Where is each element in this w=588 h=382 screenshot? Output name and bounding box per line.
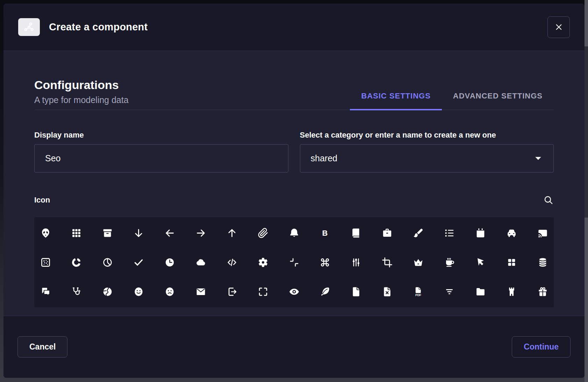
crown-icon[interactable] bbox=[413, 248, 424, 277]
icon-head: Icon bbox=[34, 194, 554, 205]
command-icon[interactable] bbox=[319, 248, 331, 277]
exit-icon[interactable] bbox=[226, 277, 238, 306]
section-head: Configurations A type for modeling data bbox=[34, 78, 129, 110]
form-row: Display name Select a category or enter … bbox=[34, 131, 554, 172]
apps-icon[interactable] bbox=[71, 218, 83, 248]
category-field: Select a category or enter a name to cre… bbox=[300, 131, 554, 172]
calendar-icon[interactable] bbox=[474, 218, 486, 248]
file-icon[interactable] bbox=[350, 277, 362, 306]
database-icon[interactable] bbox=[537, 248, 548, 277]
caret-down-icon bbox=[533, 154, 543, 163]
icon-row bbox=[34, 248, 554, 277]
dashboard-icon[interactable] bbox=[505, 248, 517, 277]
search-icon bbox=[543, 194, 554, 205]
emotion-unhappy-icon[interactable] bbox=[164, 277, 176, 306]
category-select-value: shared bbox=[311, 153, 337, 163]
arrow-down-icon[interactable] bbox=[133, 218, 145, 248]
fort-icon[interactable] bbox=[505, 277, 517, 306]
search-button[interactable] bbox=[543, 194, 554, 205]
scrollbar-thumb-top[interactable] bbox=[585, 0, 588, 46]
section-subtitle: A type for modeling data bbox=[34, 95, 129, 105]
close-button[interactable] bbox=[547, 16, 570, 38]
car-icon[interactable] bbox=[505, 218, 517, 248]
feather-icon[interactable] bbox=[319, 277, 331, 306]
cursor-icon[interactable] bbox=[474, 248, 486, 277]
tab-advanced-settings[interactable]: ADVANCED SETTINGS bbox=[442, 91, 554, 110]
attachment-icon[interactable] bbox=[257, 218, 269, 248]
cloud-icon[interactable] bbox=[195, 248, 207, 277]
filter-icon[interactable] bbox=[443, 277, 455, 306]
icon-picker-grid: BPDF bbox=[34, 217, 554, 307]
controls-icon[interactable] bbox=[350, 248, 362, 277]
briefcase-icon[interactable] bbox=[381, 218, 393, 248]
config-header-row: Configurations A type for modeling data … bbox=[34, 78, 554, 110]
brush-icon[interactable] bbox=[413, 218, 424, 248]
svg-text:PDF: PDF bbox=[415, 293, 421, 297]
icon-row: B bbox=[34, 218, 554, 248]
doctor-icon[interactable] bbox=[71, 277, 83, 306]
bold-icon[interactable]: B bbox=[319, 218, 331, 248]
arrow-up-icon[interactable] bbox=[226, 218, 238, 248]
modal-footer: Cancel Continue bbox=[3, 316, 585, 378]
create-component-modal: Create a component Configurations A type… bbox=[3, 3, 585, 378]
settings-tabs: BASIC SETTINGS ADVANCED SETTINGS bbox=[350, 91, 554, 110]
category-label: Select a category or enter a name to cre… bbox=[300, 131, 554, 140]
crop-icon[interactable] bbox=[381, 248, 393, 277]
check-icon[interactable] bbox=[133, 248, 145, 277]
file-pdf-icon[interactable]: PDF bbox=[413, 277, 424, 306]
cog-icon[interactable] bbox=[257, 248, 269, 277]
cup-icon[interactable] bbox=[443, 248, 455, 277]
discuss-icon[interactable] bbox=[40, 277, 51, 306]
folder-icon[interactable] bbox=[474, 277, 486, 306]
modal-body: Configurations A type for modeling data … bbox=[3, 51, 585, 316]
icon-label: Icon bbox=[34, 196, 50, 205]
chart-circle-icon[interactable] bbox=[71, 248, 83, 277]
scrollbar-thumb-bottom[interactable] bbox=[585, 218, 588, 382]
cancel-button[interactable]: Cancel bbox=[17, 336, 67, 358]
svg-text:B: B bbox=[322, 228, 328, 237]
arrow-left-icon[interactable] bbox=[164, 218, 176, 248]
page-scrollbar[interactable] bbox=[585, 0, 588, 382]
clock-icon[interactable] bbox=[164, 248, 176, 277]
earth-icon[interactable] bbox=[102, 277, 114, 306]
icon-row: PDF bbox=[34, 277, 554, 306]
file-error-icon[interactable] bbox=[381, 277, 393, 306]
expand-icon[interactable] bbox=[257, 277, 269, 306]
component-icon bbox=[18, 18, 40, 36]
chart-bubble-icon[interactable] bbox=[40, 248, 51, 277]
alien-icon[interactable] bbox=[40, 218, 51, 248]
modal-header: Create a component bbox=[3, 3, 585, 51]
close-icon bbox=[554, 22, 564, 32]
display-name-label: Display name bbox=[34, 131, 288, 140]
icon-section: Icon BPDF bbox=[34, 194, 554, 307]
book-icon[interactable] bbox=[350, 218, 362, 248]
eye-icon[interactable] bbox=[288, 277, 300, 306]
archive-icon[interactable] bbox=[102, 218, 114, 248]
arrow-right-icon[interactable] bbox=[195, 218, 207, 248]
cast-icon[interactable] bbox=[537, 218, 548, 248]
screen: Create a component Configurations A type… bbox=[0, 0, 588, 382]
category-select[interactable]: shared bbox=[300, 144, 554, 172]
collapse-icon[interactable] bbox=[288, 248, 300, 277]
emotion-happy-icon[interactable] bbox=[133, 277, 145, 306]
gift-icon[interactable] bbox=[537, 277, 548, 306]
section-title: Configurations bbox=[34, 78, 129, 92]
chart-pie-icon[interactable] bbox=[102, 248, 114, 277]
tab-basic-settings[interactable]: BASIC SETTINGS bbox=[350, 91, 442, 110]
modal-title: Create a component bbox=[49, 21, 148, 33]
bell-icon[interactable] bbox=[288, 218, 300, 248]
envelop-icon[interactable] bbox=[195, 277, 207, 306]
code-icon[interactable] bbox=[226, 248, 238, 277]
display-name-input[interactable] bbox=[34, 144, 288, 172]
bullet-list-icon[interactable] bbox=[443, 218, 455, 248]
display-name-field: Display name bbox=[34, 131, 288, 172]
continue-button[interactable]: Continue bbox=[512, 336, 571, 358]
